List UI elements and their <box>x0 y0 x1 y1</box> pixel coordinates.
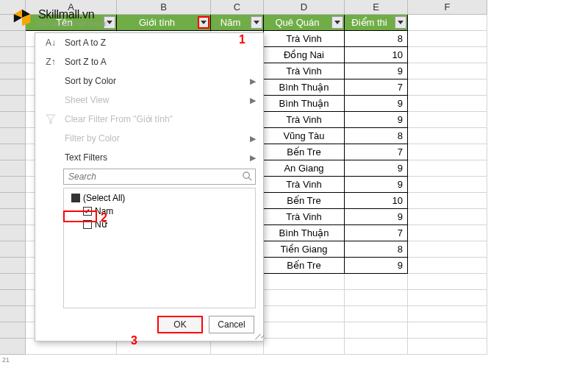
row-head[interactable] <box>0 47 26 63</box>
cell-quequan[interactable]: Trà Vinh <box>264 209 345 225</box>
filter-btn-namsinh[interactable] <box>251 16 262 29</box>
cell-blank[interactable] <box>408 63 487 79</box>
sort-za[interactable]: Z↑Sort Z to A <box>35 52 263 71</box>
cell-blank[interactable] <box>345 322 408 339</box>
resize-grip-icon[interactable] <box>253 330 262 339</box>
cell-blank[interactable] <box>408 339 487 355</box>
cell-diemthi[interactable]: 9 <box>345 177 408 193</box>
cell-blank[interactable] <box>408 144 487 160</box>
row-head[interactable] <box>0 96 26 112</box>
select-all-option[interactable]: (Select All) <box>68 191 251 205</box>
cell-blank[interactable] <box>408 128 487 144</box>
cell-blank[interactable] <box>408 209 487 225</box>
row-head[interactable] <box>0 160 26 177</box>
col-head-D[interactable]: D <box>264 0 345 15</box>
cell-blank[interactable] <box>408 193 487 209</box>
cell-diemthi[interactable]: 9 <box>345 209 408 225</box>
row-head[interactable] <box>0 193 26 209</box>
row-head[interactable] <box>0 339 26 355</box>
text-filters[interactable]: Text Filters▶ <box>35 148 263 167</box>
filter-btn-diemthi[interactable] <box>395 16 406 29</box>
cell-blank[interactable] <box>264 339 345 355</box>
cell-quequan[interactable]: Trà Vinh <box>264 31 345 47</box>
row-head[interactable] <box>0 31 26 47</box>
cell-quequan[interactable]: Trà Vinh <box>264 177 345 193</box>
row-head[interactable] <box>0 177 26 193</box>
cell-blank[interactable] <box>408 274 487 290</box>
cell-diemthi[interactable]: 8 <box>345 31 408 47</box>
cell-blank[interactable] <box>408 79 487 96</box>
cell-quequan[interactable]: Trà Vinh <box>264 63 345 79</box>
cell-blank[interactable] <box>408 258 487 274</box>
cell-diemthi[interactable]: 7 <box>345 225 408 241</box>
cell-diemthi[interactable]: 10 <box>345 47 408 63</box>
cell-diemthi[interactable]: 7 <box>345 79 408 96</box>
cell-quequan[interactable]: Tiền Giang <box>264 241 345 258</box>
row-head[interactable] <box>0 128 26 144</box>
cell-blank[interactable] <box>408 177 487 193</box>
filter-search-input[interactable] <box>63 169 256 185</box>
cell-quequan[interactable]: Đồng Nai <box>264 47 345 63</box>
col-head-F[interactable]: F <box>408 0 487 15</box>
row-head[interactable] <box>0 258 26 274</box>
filter-btn-quequan[interactable] <box>331 16 343 29</box>
cell-blank[interactable] <box>408 47 487 63</box>
cell-blank[interactable] <box>408 225 487 241</box>
row-head[interactable] <box>0 225 26 241</box>
cell-quequan[interactable]: Bình Thuận <box>264 79 345 96</box>
cell-quequan[interactable]: Trà Vinh <box>264 112 345 128</box>
row-head[interactable] <box>0 112 26 128</box>
cell-quequan[interactable]: Vũng Tàu <box>264 128 345 144</box>
option-nu[interactable]: Nữ <box>68 218 251 231</box>
row-head[interactable] <box>0 322 26 339</box>
cell-diemthi[interactable]: 8 <box>345 128 408 144</box>
col-head-E[interactable]: E <box>345 0 408 15</box>
sort-az[interactable]: A↓Sort A to Z <box>35 33 263 52</box>
cell-blank[interactable] <box>264 274 345 290</box>
cell-diemthi[interactable]: 9 <box>345 258 408 274</box>
cell-blank[interactable] <box>264 290 345 306</box>
filter-value-list[interactable]: (Select All) ✔Nam Nữ <box>63 188 256 308</box>
cell-blank[interactable] <box>264 306 345 322</box>
cell-blank[interactable] <box>408 322 487 339</box>
cell-blank[interactable] <box>408 112 487 128</box>
cell-blank[interactable] <box>408 31 487 47</box>
cell-blank[interactable] <box>408 160 487 177</box>
sort-by-color[interactable]: Sort by Color▶ <box>35 71 263 91</box>
cell-blank[interactable] <box>345 274 408 290</box>
cell-diemthi[interactable]: 10 <box>345 193 408 209</box>
row-head[interactable] <box>0 241 26 258</box>
cell-quequan[interactable]: Bình Thuận <box>264 96 345 112</box>
cell-blank[interactable] <box>345 339 408 355</box>
cell-blank[interactable] <box>408 96 487 112</box>
cell-diemthi[interactable]: 7 <box>345 144 408 160</box>
option-nam[interactable]: ✔Nam <box>68 205 251 218</box>
row-head[interactable] <box>0 306 26 322</box>
cell-blank[interactable] <box>408 306 487 322</box>
cell-blank[interactable] <box>264 322 345 339</box>
cell-blank[interactable] <box>345 306 408 322</box>
ok-button[interactable]: OK <box>157 316 203 333</box>
row-head[interactable] <box>0 79 26 96</box>
cell-blank[interactable] <box>408 241 487 258</box>
cell-quequan[interactable]: Bến Tre <box>264 258 345 274</box>
cell-quequan[interactable]: An Giang <box>264 160 345 177</box>
cell-quequan[interactable]: Bến Tre <box>264 144 345 160</box>
cell-diemthi[interactable]: 9 <box>345 63 408 79</box>
row-head[interactable] <box>0 209 26 225</box>
cell-quequan[interactable]: Bến Tre <box>264 193 345 209</box>
cell-diemthi[interactable]: 9 <box>345 160 408 177</box>
row-head[interactable] <box>0 274 26 290</box>
row-head[interactable] <box>0 290 26 306</box>
cell-diemthi[interactable]: 8 <box>345 241 408 258</box>
cell-blank[interactable] <box>408 290 487 306</box>
cell-diemthi[interactable]: 9 <box>345 96 408 112</box>
cell-quequan[interactable]: Bình Thuận <box>264 225 345 241</box>
filter-btn-gioitinh[interactable] <box>198 16 209 29</box>
row-head[interactable] <box>0 63 26 79</box>
cell-diemthi[interactable]: 9 <box>345 112 408 128</box>
cell-blank[interactable] <box>345 290 408 306</box>
row-head[interactable] <box>0 144 26 160</box>
col-head-B[interactable]: B <box>117 0 211 15</box>
col-head-C[interactable]: C <box>211 0 264 15</box>
